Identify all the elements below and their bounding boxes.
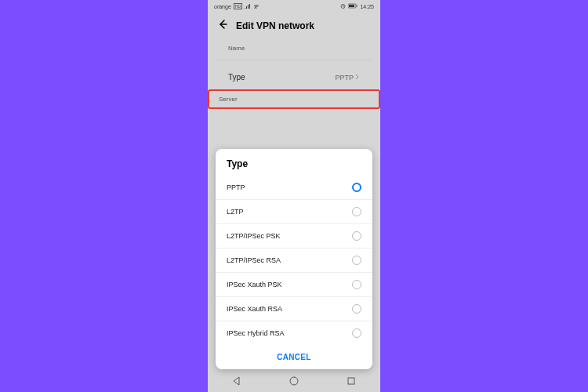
alarm-icon	[340, 3, 346, 9]
back-arrow-icon[interactable]	[217, 19, 228, 32]
option-label: L2TP/IPSec RSA	[227, 256, 281, 264]
name-label: Name	[228, 45, 360, 52]
type-option[interactable]: L2TP/IPSec RSA	[216, 249, 372, 273]
type-value: PPTP	[335, 74, 354, 82]
dialog-title: Type	[216, 158, 372, 176]
type-dialog: Type PPTPL2TPL2TP/IPSec PSKL2TP/IPSec RS…	[216, 149, 372, 369]
radio-unselected-icon[interactable]	[352, 207, 361, 216]
svg-rect-3	[357, 5, 358, 7]
cancel-button[interactable]: CANCEL	[216, 345, 372, 369]
option-label: PPTP	[227, 183, 245, 191]
option-label: L2TP/IPSec PSK	[227, 232, 281, 240]
status-bar: orange HD 81 14:25	[208, 0, 380, 13]
type-option[interactable]: IPSec Xauth PSK	[216, 273, 372, 297]
type-option[interactable]: L2TP/IPSec PSK	[216, 224, 372, 249]
svg-rect-2	[349, 5, 354, 7]
type-option[interactable]: IPSec Hybrid RSA	[216, 321, 372, 345]
radio-unselected-icon[interactable]	[352, 231, 361, 241]
radio-selected-icon[interactable]	[352, 183, 361, 192]
status-right: 81 14:25	[340, 3, 374, 9]
name-field[interactable]: Name	[217, 40, 371, 60]
nav-back-icon[interactable]	[231, 376, 242, 390]
svg-point-4	[290, 377, 298, 385]
type-row[interactable]: Type PPTP	[217, 65, 371, 89]
option-label: IPSec Xauth PSK	[227, 281, 282, 289]
type-option[interactable]: IPSec Xauth RSA	[216, 297, 372, 321]
option-label: IPSec Xauth RSA	[227, 305, 282, 313]
android-nav-bar	[208, 373, 380, 392]
status-left: orange HD	[214, 3, 260, 9]
server-label: Server	[219, 96, 238, 103]
battery-icon	[348, 3, 358, 9]
nav-home-icon[interactable]	[289, 376, 299, 390]
svg-rect-5	[348, 378, 354, 384]
screen-header: Edit VPN network	[208, 13, 380, 40]
nav-recent-icon[interactable]	[346, 376, 357, 390]
phone-screen: orange HD 81 14:25 Edit VPN network	[208, 0, 380, 392]
carrier-label: orange	[214, 4, 231, 9]
dialog-options: PPTPL2TPL2TP/IPSec PSKL2TP/IPSec RSAIPSe…	[216, 176, 372, 345]
page-title: Edit VPN network	[236, 20, 314, 31]
time-label: 14:25	[360, 4, 374, 9]
option-label: L2TP	[227, 208, 244, 216]
type-label: Type	[228, 73, 245, 82]
radio-unselected-icon[interactable]	[352, 304, 361, 314]
signal-icon	[245, 4, 251, 9]
type-value-wrap: PPTP	[335, 73, 360, 82]
chevron-right-icon	[355, 73, 360, 82]
option-label: IPSec Hybrid RSA	[227, 329, 285, 337]
type-option[interactable]: PPTP	[216, 176, 372, 200]
server-field-highlighted[interactable]: Server	[208, 89, 380, 109]
hd-badge: HD	[234, 3, 242, 9]
wifi-icon	[253, 4, 260, 9]
type-option[interactable]: L2TP	[216, 200, 372, 224]
radio-unselected-icon[interactable]	[352, 328, 361, 338]
radio-unselected-icon[interactable]	[352, 256, 361, 265]
radio-unselected-icon[interactable]	[352, 280, 361, 289]
